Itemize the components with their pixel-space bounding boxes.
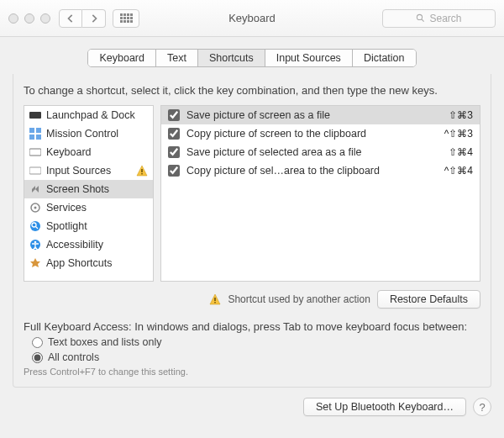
sidebar-item-screen-shots[interactable]: Screen Shots: [24, 180, 153, 198]
input-sources-icon: [29, 165, 41, 177]
sidebar-item-label: Launchpad & Dock: [46, 109, 135, 121]
svg-point-18: [34, 241, 37, 244]
full-keyboard-access: Full Keyboard Access: In windows and dia…: [24, 320, 480, 377]
tab-input-sources[interactable]: Input Sources: [265, 50, 353, 66]
sidebar-item-label: Accessibility: [46, 239, 103, 251]
sidebar-item-label: Keyboard: [46, 146, 92, 158]
instruction-text: To change a shortcut, select it, click t…: [24, 84, 480, 97]
fka-option-all-controls[interactable]: All controls: [32, 351, 480, 363]
sidebar-item-label: Input Sources: [46, 165, 111, 177]
svg-rect-3: [29, 128, 34, 133]
titlebar: Keyboard Search: [0, 0, 504, 37]
sidebar-item-services[interactable]: Services: [24, 198, 153, 217]
fka-heading: Full Keyboard Access: In windows and dia…: [24, 320, 480, 333]
shortcut-checkbox[interactable]: [168, 128, 180, 140]
shortcut-keys[interactable]: ⇧⌘3: [449, 109, 473, 121]
svg-rect-8: [29, 167, 41, 174]
sidebar-item-app-shortcuts[interactable]: App Shortcuts: [24, 254, 153, 272]
fka-option-label: All controls: [48, 351, 99, 363]
close-icon[interactable]: [8, 13, 18, 24]
svg-rect-20: [215, 298, 216, 301]
svg-line-1: [422, 19, 424, 22]
sidebar-item-label: Services: [46, 202, 87, 214]
restore-defaults-button[interactable]: Restore Defaults: [377, 290, 480, 309]
fka-radio[interactable]: [32, 337, 43, 348]
shortcut-checkbox[interactable]: [168, 165, 180, 177]
svg-rect-21: [215, 302, 216, 303]
shortcut-checkbox[interactable]: [168, 146, 180, 158]
tabs: Keyboard Text Shortcuts Input Sources Di…: [87, 49, 416, 67]
svg-point-13: [34, 207, 37, 209]
minimize-icon[interactable]: [24, 13, 34, 24]
search-placeholder: Search: [429, 13, 461, 24]
nav-buttons: [59, 9, 106, 28]
spotlight-icon: [29, 220, 41, 232]
show-all-button[interactable]: [113, 9, 139, 28]
search-icon: [416, 13, 425, 23]
svg-rect-2: [29, 112, 41, 119]
tab-keyboard[interactable]: Keyboard: [88, 50, 156, 66]
chevron-right-icon: [90, 14, 98, 23]
svg-rect-4: [36, 128, 41, 133]
fka-option-label: Text boxes and lists only: [48, 336, 162, 348]
sidebar-item-accessibility[interactable]: Accessibility: [24, 235, 153, 254]
mission-control-icon: [29, 128, 41, 140]
window-controls: [8, 13, 50, 24]
shortcut-label: Copy picture of sel…area to the clipboar…: [186, 165, 438, 177]
chevron-left-icon: [66, 14, 75, 23]
help-button[interactable]: ?: [473, 398, 491, 416]
footer: Set Up Bluetooth Keyboard… ?: [0, 388, 504, 416]
shortcut-row[interactable]: Save picture of selected area as a file …: [161, 143, 480, 161]
fka-radio[interactable]: [32, 352, 43, 363]
shortcut-checkbox[interactable]: [168, 109, 180, 121]
shortcut-keys[interactable]: ^⇧⌘4: [444, 165, 473, 177]
warning-icon: [136, 165, 148, 177]
sidebar-item-label: App Shortcuts: [46, 257, 113, 269]
svg-rect-6: [36, 135, 41, 140]
launchpad-icon: [29, 109, 41, 121]
sidebar-item-keyboard[interactable]: Keyboard: [24, 143, 153, 161]
setup-bluetooth-keyboard-button[interactable]: Set Up Bluetooth Keyboard…: [303, 398, 466, 416]
svg-rect-7: [29, 149, 41, 156]
tab-dictation[interactable]: Dictation: [353, 50, 416, 66]
sidebar-item-mission-control[interactable]: Mission Control: [24, 124, 153, 143]
tab-shortcuts[interactable]: Shortcuts: [198, 50, 265, 66]
services-icon: [29, 202, 41, 214]
category-list[interactable]: Launchpad & Dock Mission Control Keyboar…: [24, 105, 154, 282]
sidebar-item-input-sources[interactable]: Input Sources: [24, 161, 153, 180]
shortcut-list[interactable]: Save picture of screen as a file ⇧⌘3 Cop…: [160, 105, 480, 282]
tab-text[interactable]: Text: [156, 50, 198, 66]
legend-label: Shortcut used by another action: [228, 293, 370, 305]
legend-row: Shortcut used by another action Restore …: [24, 290, 480, 309]
main-panel: To change a shortcut, select it, click t…: [13, 74, 491, 388]
accessibility-icon: [29, 239, 41, 251]
app-shortcuts-icon: [29, 257, 41, 269]
tab-bar: Keyboard Text Shortcuts Input Sources Di…: [0, 37, 504, 67]
back-button[interactable]: [59, 9, 82, 28]
shortcut-row[interactable]: Copy picture of screen to the clipboard …: [161, 124, 480, 143]
shortcut-label: Save picture of selected area as a file: [186, 146, 442, 158]
fka-option-text-boxes[interactable]: Text boxes and lists only: [32, 336, 480, 348]
sidebar-item-spotlight[interactable]: Spotlight: [24, 217, 153, 235]
shortcut-keys[interactable]: ^⇧⌘3: [444, 128, 473, 140]
shortcut-label: Save picture of screen as a file: [186, 109, 442, 121]
fka-hint: Press Control+F7 to change this setting.: [24, 367, 480, 377]
svg-rect-10: [141, 169, 142, 172]
svg-rect-5: [29, 135, 34, 140]
sidebar-item-label: Mission Control: [46, 128, 118, 140]
keyboard-icon: [29, 146, 41, 158]
shortcut-label: Copy picture of screen to the clipboard: [186, 128, 438, 140]
search-input[interactable]: Search: [382, 9, 496, 28]
shortcut-keys[interactable]: ⇧⌘4: [449, 146, 473, 158]
screenshots-icon: [29, 183, 41, 195]
grid-icon: [120, 13, 133, 23]
shortcut-row[interactable]: Save picture of screen as a file ⇧⌘3: [161, 106, 480, 124]
zoom-icon[interactable]: [40, 13, 50, 24]
sidebar-item-label: Spotlight: [46, 220, 87, 232]
sidebar-item-label: Screen Shots: [46, 183, 109, 195]
forward-button[interactable]: [82, 9, 106, 28]
shortcut-row[interactable]: Copy picture of sel…area to the clipboar…: [161, 161, 480, 180]
sidebar-item-launchpad[interactable]: Launchpad & Dock: [24, 106, 153, 124]
warning-icon: [209, 293, 221, 305]
svg-point-0: [417, 14, 423, 19]
